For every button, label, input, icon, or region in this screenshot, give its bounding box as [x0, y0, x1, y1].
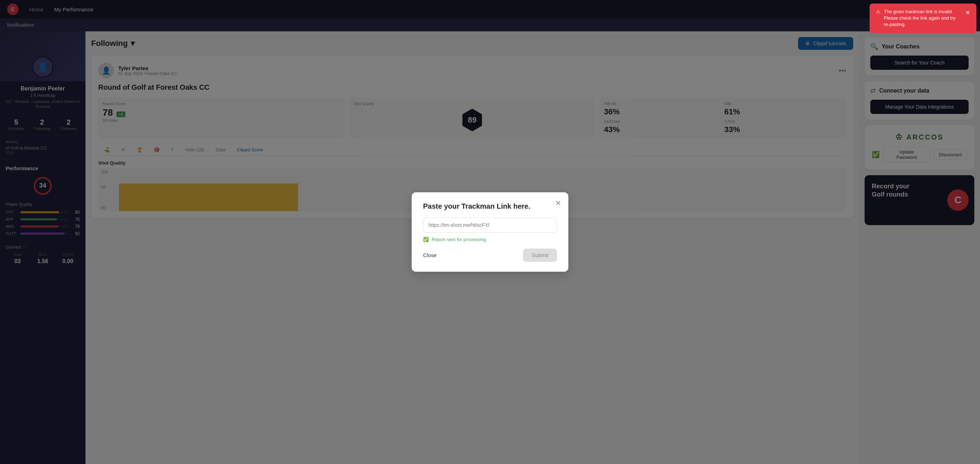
modal-overlay: Paste your Trackman Link here. ✕ ✅ Repor… — [0, 0, 980, 464]
modal-title: Paste your Trackman Link here. — [423, 202, 557, 210]
error-warning-icon: ⚠ — [876, 8, 880, 15]
modal-success-message: ✅ Report sent for processing — [423, 237, 557, 242]
modal-actions: Close Submit — [423, 249, 557, 262]
trackman-link-input[interactable] — [423, 218, 557, 232]
error-message: The given trackman link is invalid. Plea… — [884, 8, 962, 28]
modal-close-button[interactable]: Close — [423, 252, 437, 258]
success-check-icon: ✅ — [423, 237, 429, 242]
modal-submit-button[interactable]: Submit — [523, 249, 557, 262]
success-text: Report sent for processing — [431, 237, 486, 242]
error-close-button[interactable]: ✕ — [966, 9, 970, 17]
trackman-modal: Paste your Trackman Link here. ✕ ✅ Repor… — [412, 192, 568, 272]
modal-close-icon-button[interactable]: ✕ — [555, 199, 561, 207]
error-toast: ⚠ The given trackman link is invalid. Pl… — [870, 3, 977, 33]
